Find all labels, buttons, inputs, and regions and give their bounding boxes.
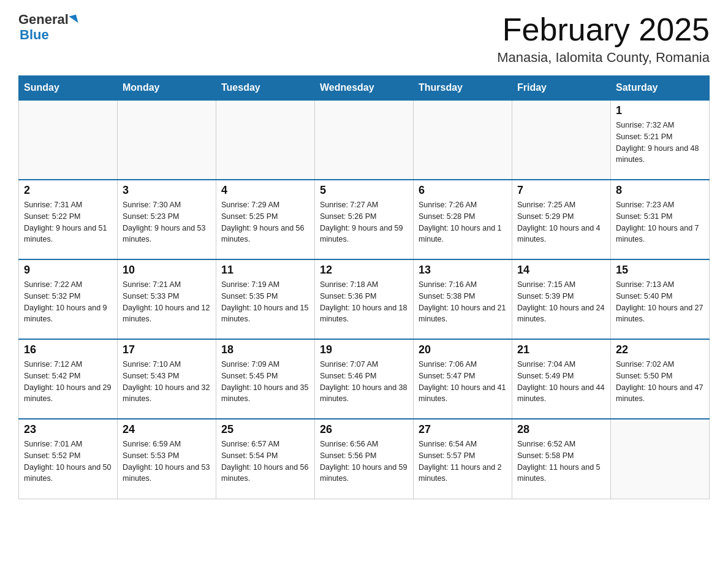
calendar-cell: 5Sunrise: 7:27 AMSunset: 5:26 PMDaylight… [315, 180, 414, 259]
calendar-cell: 3Sunrise: 7:30 AMSunset: 5:23 PMDaylight… [118, 180, 216, 259]
day-number: 12 [320, 264, 408, 277]
day-info: Sunrise: 7:04 AMSunset: 5:49 PMDaylight:… [517, 359, 605, 405]
calendar-week-row: 9Sunrise: 7:22 AMSunset: 5:32 PMDaylight… [19, 259, 710, 339]
calendar-cell: 11Sunrise: 7:19 AMSunset: 5:35 PMDayligh… [216, 259, 315, 339]
day-info: Sunrise: 7:18 AMSunset: 5:36 PMDaylight:… [320, 279, 408, 325]
day-info: Sunrise: 7:29 AMSunset: 5:25 PMDaylight:… [221, 199, 309, 245]
day-number: 9 [24, 264, 112, 277]
calendar-cell: 28Sunrise: 6:52 AMSunset: 5:58 PMDayligh… [512, 419, 611, 499]
calendar-cell: 27Sunrise: 6:54 AMSunset: 5:57 PMDayligh… [414, 419, 512, 499]
calendar-week-row: 1Sunrise: 7:32 AMSunset: 5:21 PMDaylight… [19, 100, 710, 180]
day-number: 24 [123, 423, 211, 436]
calendar-cell: 23Sunrise: 7:01 AMSunset: 5:52 PMDayligh… [19, 419, 118, 499]
day-info: Sunrise: 7:07 AMSunset: 5:46 PMDaylight:… [320, 359, 408, 405]
day-number: 19 [320, 343, 408, 356]
calendar-cell: 20Sunrise: 7:06 AMSunset: 5:47 PMDayligh… [414, 339, 512, 419]
day-number: 4 [221, 184, 309, 197]
calendar-cell [19, 100, 118, 180]
day-info: Sunrise: 7:16 AMSunset: 5:38 PMDaylight:… [419, 279, 507, 325]
day-info: Sunrise: 7:31 AMSunset: 5:22 PMDaylight:… [24, 199, 112, 245]
day-info: Sunrise: 7:27 AMSunset: 5:26 PMDaylight:… [320, 199, 408, 245]
title-area: February 2025 Manasia, Ialomita County, … [497, 12, 710, 66]
day-info: Sunrise: 7:12 AMSunset: 5:42 PMDaylight:… [24, 359, 112, 405]
calendar-cell: 15Sunrise: 7:13 AMSunset: 5:40 PMDayligh… [611, 259, 710, 339]
header-day-sunday: Sunday [19, 76, 118, 101]
day-number: 15 [616, 264, 704, 277]
calendar-cell: 21Sunrise: 7:04 AMSunset: 5:49 PMDayligh… [512, 339, 611, 419]
calendar-cell: 26Sunrise: 6:56 AMSunset: 5:56 PMDayligh… [315, 419, 414, 499]
day-info: Sunrise: 7:30 AMSunset: 5:23 PMDaylight:… [123, 199, 211, 245]
day-number: 5 [320, 184, 408, 197]
header-day-monday: Monday [118, 76, 216, 101]
day-info: Sunrise: 7:02 AMSunset: 5:50 PMDaylight:… [616, 359, 704, 405]
day-number: 14 [517, 264, 605, 277]
day-number: 28 [517, 423, 605, 436]
calendar-title: February 2025 [497, 12, 710, 47]
day-number: 3 [123, 184, 211, 197]
calendar-cell [118, 100, 216, 180]
calendar-cell: 7Sunrise: 7:25 AMSunset: 5:29 PMDaylight… [512, 180, 611, 259]
calendar-cell: 17Sunrise: 7:10 AMSunset: 5:43 PMDayligh… [118, 339, 216, 419]
day-number: 10 [123, 264, 211, 277]
day-number: 21 [517, 343, 605, 356]
day-number: 8 [616, 184, 704, 197]
day-info: Sunrise: 7:13 AMSunset: 5:40 PMDaylight:… [616, 279, 704, 325]
day-number: 25 [221, 423, 309, 436]
header-day-thursday: Thursday [414, 76, 512, 101]
calendar-week-row: 23Sunrise: 7:01 AMSunset: 5:52 PMDayligh… [19, 419, 710, 499]
day-number: 2 [24, 184, 112, 197]
day-number: 6 [419, 184, 507, 197]
calendar-cell: 22Sunrise: 7:02 AMSunset: 5:50 PMDayligh… [611, 339, 710, 419]
day-info: Sunrise: 7:06 AMSunset: 5:47 PMDaylight:… [419, 359, 507, 405]
calendar-subtitle: Manasia, Ialomita County, Romania [497, 50, 710, 66]
day-number: 20 [419, 343, 507, 356]
calendar-cell [512, 100, 611, 180]
logo-arrow-icon [69, 15, 78, 25]
day-info: Sunrise: 6:57 AMSunset: 5:54 PMDaylight:… [221, 439, 309, 484]
calendar-cell: 10Sunrise: 7:21 AMSunset: 5:33 PMDayligh… [118, 259, 216, 339]
calendar-cell: 16Sunrise: 7:12 AMSunset: 5:42 PMDayligh… [19, 339, 118, 419]
day-info: Sunrise: 7:23 AMSunset: 5:31 PMDaylight:… [616, 199, 704, 245]
day-info: Sunrise: 6:56 AMSunset: 5:56 PMDaylight:… [320, 439, 408, 484]
calendar-cell [611, 419, 710, 499]
header-day-wednesday: Wednesday [315, 76, 414, 101]
day-info: Sunrise: 7:10 AMSunset: 5:43 PMDaylight:… [123, 359, 211, 405]
logo-text-blue: Blue [20, 27, 49, 43]
day-number: 23 [24, 423, 112, 436]
day-info: Sunrise: 7:09 AMSunset: 5:45 PMDaylight:… [221, 359, 309, 405]
calendar-cell: 14Sunrise: 7:15 AMSunset: 5:39 PMDayligh… [512, 259, 611, 339]
day-number: 7 [517, 184, 605, 197]
calendar-cell: 19Sunrise: 7:07 AMSunset: 5:46 PMDayligh… [315, 339, 414, 419]
calendar-cell: 25Sunrise: 6:57 AMSunset: 5:54 PMDayligh… [216, 419, 315, 499]
day-info: Sunrise: 7:25 AMSunset: 5:29 PMDaylight:… [517, 199, 605, 245]
day-number: 27 [419, 423, 507, 436]
logo-text-general: General [18, 12, 69, 27]
calendar-table: SundayMondayTuesdayWednesdayThursdayFrid… [18, 75, 710, 499]
day-info: Sunrise: 7:15 AMSunset: 5:39 PMDaylight:… [517, 279, 605, 325]
day-info: Sunrise: 6:52 AMSunset: 5:58 PMDaylight:… [517, 439, 605, 484]
day-info: Sunrise: 7:21 AMSunset: 5:33 PMDaylight:… [123, 279, 211, 325]
header-day-friday: Friday [512, 76, 611, 101]
calendar-cell: 9Sunrise: 7:22 AMSunset: 5:32 PMDaylight… [19, 259, 118, 339]
calendar-cell: 6Sunrise: 7:26 AMSunset: 5:28 PMDaylight… [414, 180, 512, 259]
day-info: Sunrise: 7:19 AMSunset: 5:35 PMDaylight:… [221, 279, 309, 325]
day-number: 22 [616, 343, 704, 356]
calendar-header: SundayMondayTuesdayWednesdayThursdayFrid… [19, 76, 710, 101]
header-day-tuesday: Tuesday [216, 76, 315, 101]
calendar-cell [315, 100, 414, 180]
day-number: 1 [616, 104, 704, 117]
calendar-cell [414, 100, 512, 180]
day-info: Sunrise: 7:22 AMSunset: 5:32 PMDaylight:… [24, 279, 112, 325]
calendar-week-row: 16Sunrise: 7:12 AMSunset: 5:42 PMDayligh… [19, 339, 710, 419]
calendar-cell: 18Sunrise: 7:09 AMSunset: 5:45 PMDayligh… [216, 339, 315, 419]
day-number: 16 [24, 343, 112, 356]
day-number: 11 [221, 264, 309, 277]
calendar-cell: 2Sunrise: 7:31 AMSunset: 5:22 PMDaylight… [19, 180, 118, 259]
day-info: Sunrise: 7:01 AMSunset: 5:52 PMDaylight:… [24, 439, 112, 484]
calendar-cell: 4Sunrise: 7:29 AMSunset: 5:25 PMDaylight… [216, 180, 315, 259]
day-info: Sunrise: 6:54 AMSunset: 5:57 PMDaylight:… [419, 439, 507, 484]
day-number: 18 [221, 343, 309, 356]
logo: General Blue [18, 12, 77, 43]
day-info: Sunrise: 7:32 AMSunset: 5:21 PMDaylight:… [616, 120, 704, 166]
page-header: General Blue February 2025 Manasia, Ialo… [18, 12, 710, 66]
